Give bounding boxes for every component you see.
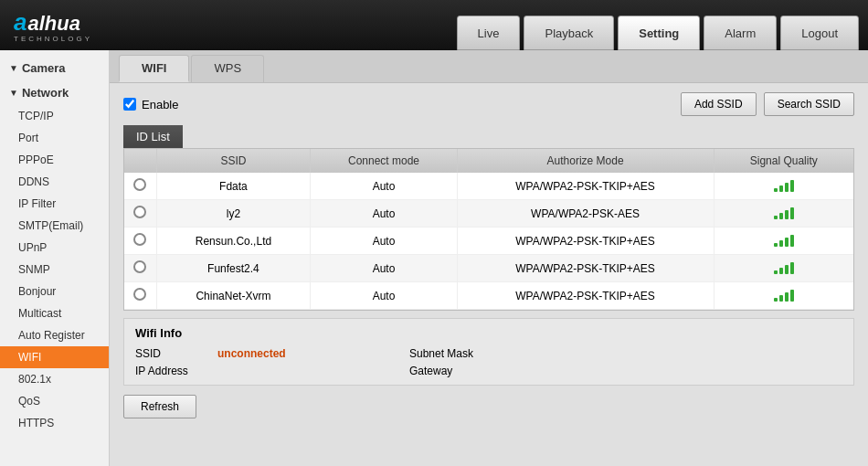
signal-bars [774,259,794,274]
nav-tab-logout[interactable]: Logout [780,16,859,50]
sidebar-item-8021x[interactable]: 802.1x [0,368,109,390]
cell-ssid: ChinaNet-Xvrm [156,282,311,310]
table-row[interactable]: GLOONAutoWPA/WPA2-PSK-AES [124,310,853,312]
table-container: SSID Connect mode Authorize Mode Signal … [123,148,854,311]
cell-connect-mode: Auto [311,228,457,255]
logo-sub: TECHNOLOGY [14,35,155,43]
sidebar-item-wifi[interactable]: WIFI [0,346,109,368]
cell-signal [714,173,853,200]
col-signal: Signal Quality [714,149,853,173]
sidebar-item-https[interactable]: HTTPS [0,412,109,434]
sidebar-item-upnp[interactable]: UPnP [0,237,109,259]
wifi-ip-field: IP Address [135,365,409,377]
cell-connect-mode: Auto [311,310,457,312]
enable-left: Enable [123,98,178,111]
ssid-value: unconnected [217,347,286,360]
sidebar-item-ddns[interactable]: DDNS [0,171,109,193]
cell-auth-mode: WPA/WPA2-PSK-TKIP+AES [457,173,714,200]
ssid-label: SSID [135,347,204,360]
search-ssid-button[interactable]: Search SSID [764,92,854,116]
sidebar-item-port[interactable]: Port [0,127,109,149]
cell-ssid: ly2 [156,200,311,228]
sidebar: ▼ Camera ▼ Network TCP/IP Port PPPoE DDN… [0,50,110,466]
enable-row: Enable Add SSID Search SSID [123,92,854,116]
main-content: WIFI WPS Enable Add SSID Search SSID ID … [110,50,868,466]
sidebar-item-smtp[interactable]: SMTP(Email) [0,215,109,237]
header: a alhua TECHNOLOGY Live Playback Setting… [0,0,868,50]
sidebar-item-bonjour[interactable]: Bonjour [0,281,109,302]
cell-signal [714,228,853,255]
cell-ssid: GLOON [156,310,311,312]
cell-connect-mode: Auto [311,282,457,310]
cell-connect-mode: Auto [311,173,457,200]
cell-connect-mode: Auto [311,255,457,282]
nav-tab-setting[interactable]: Setting [618,16,700,50]
cell-auth-mode: WPA/WPA2-PSK-TKIP+AES [457,282,714,310]
camera-arrow-icon: ▼ [9,63,18,73]
cell-ssid: Funfest2.4 [156,255,311,282]
cell-ssid: Rensun.Co.,Ltd [156,228,311,255]
radio-button[interactable] [133,178,146,191]
sidebar-item-snmp[interactable]: SNMP [0,259,109,281]
cell-auth-mode: WPA/WPA2-PSK-AES [457,200,714,228]
cell-signal [714,310,853,312]
signal-bars [774,177,794,192]
cell-auth-mode: WPA/WPA2-PSK-TKIP+AES [457,228,714,255]
table-row[interactable]: ChinaNet-XvrmAutoWPA/WPA2-PSK-TKIP+AES [124,282,853,310]
nav-tab-alarm[interactable]: Alarm [704,16,777,50]
wifi-info: Wifi Info SSID unconnected Subnet Mask I… [123,318,854,386]
sidebar-item-autoregister[interactable]: Auto Register [0,324,109,346]
sidebar-item-pppoe[interactable]: PPPoE [0,149,109,171]
nav-tab-playback[interactable]: Playback [524,16,614,50]
sidebar-item-qos[interactable]: QoS [0,390,109,412]
subnet-label: Subnet Mask [409,347,482,360]
tab-wps[interactable]: WPS [191,55,264,82]
wifi-info-row1: SSID unconnected Subnet Mask [135,347,842,360]
col-connect-mode: Connect mode [311,149,457,173]
logo: a alhua TECHNOLOGY [0,8,155,43]
network-arrow-icon: ▼ [9,88,18,98]
table-row[interactable]: Funfest2.4AutoWPA/WPA2-PSK-TKIP+AES [124,255,853,282]
radio-button[interactable] [133,206,146,218]
wifi-info-row2: IP Address Gateway [135,365,842,377]
cell-connect-mode: Auto [311,200,457,228]
enable-label: Enable [142,98,178,111]
refresh-button[interactable]: Refresh [123,395,196,418]
nav-tabs: Live Playback Setting Alarm Logout [155,0,868,50]
wifi-table: SSID Connect mode Authorize Mode Signal … [124,149,853,311]
nav-tab-live[interactable]: Live [457,16,521,50]
wifi-subnet-field: Subnet Mask [409,347,496,360]
radio-button[interactable] [133,233,146,246]
signal-bars [774,205,794,219]
cell-signal [714,282,853,310]
table-row[interactable]: FdataAutoWPA/WPA2-PSK-TKIP+AES [124,173,853,200]
sidebar-item-tcpip[interactable]: TCP/IP [0,105,109,127]
cell-auth-mode: WPA/WPA2-PSK-AES [457,310,714,312]
wifi-info-title: Wifi Info [135,326,842,340]
wifi-ssid-field: SSID unconnected [135,347,409,360]
sidebar-item-ipfilter[interactable]: IP Filter [0,193,109,215]
col-ssid: SSID [156,149,311,173]
enable-checkbox[interactable] [123,98,136,111]
tab-wifi[interactable]: WIFI [119,55,189,82]
cell-ssid: Fdata [156,173,311,200]
table-row[interactable]: Rensun.Co.,LtdAutoWPA/WPA2-PSK-TKIP+AES [124,228,853,255]
logo-icon: a [14,8,26,37]
radio-button[interactable] [133,260,146,273]
table-header-row: SSID Connect mode Authorize Mode Signal … [124,149,853,173]
logo-text: alhua [27,12,79,36]
radio-button[interactable] [133,288,146,301]
ip-label: IP Address [135,365,204,377]
signal-bars [774,287,794,302]
refresh-row: Refresh [123,395,854,418]
sidebar-item-multicast[interactable]: Multicast [0,302,109,324]
sidebar-camera-header[interactable]: ▼ Camera [0,56,109,80]
sidebar-camera-section: ▼ Camera [0,50,109,80]
content-area: Enable Add SSID Search SSID ID List SSID [110,83,868,428]
add-ssid-button[interactable]: Add SSID [681,92,757,116]
table-row[interactable]: ly2AutoWPA/WPA2-PSK-AES [124,200,853,228]
sub-tabs: WIFI WPS [110,50,868,83]
col-radio [124,149,156,173]
signal-bars [774,232,794,247]
sidebar-network-header[interactable]: ▼ Network [0,80,109,105]
